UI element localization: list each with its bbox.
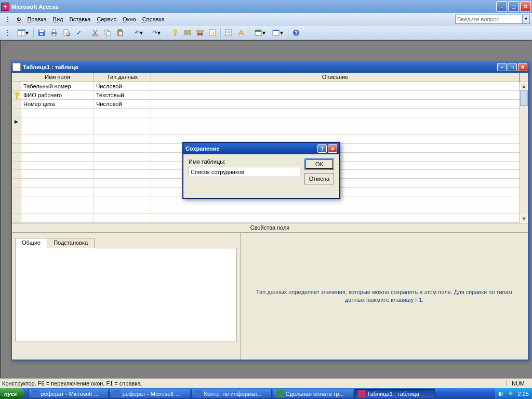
child-titlebar[interactable]: ▦ Таблица1 : таблица – □ ✕ bbox=[11, 61, 529, 73]
vertical-scrollbar[interactable]: ▲ ▼ bbox=[520, 82, 528, 223]
row-selector[interactable]: ▶ bbox=[12, 117, 21, 126]
cell-data-type[interactable] bbox=[94, 109, 151, 117]
cell-data-type[interactable]: Числовой bbox=[94, 100, 151, 108]
maximize-button[interactable]: □ bbox=[508, 1, 519, 12]
child-maximize-button[interactable]: □ bbox=[508, 63, 517, 71]
row-selector[interactable] bbox=[12, 170, 21, 178]
dialog-titlebar[interactable]: Сохранение ? ✕ bbox=[183, 143, 339, 154]
taskbar-task[interactable]: Контр. по информат... bbox=[191, 389, 272, 398]
cell-field-name[interactable] bbox=[21, 126, 94, 135]
help-button[interactable]: ? bbox=[290, 27, 302, 38]
cell-field-name[interactable] bbox=[21, 188, 94, 196]
cell-data-type[interactable] bbox=[94, 126, 151, 135]
dialog-close-button[interactable]: ✕ bbox=[328, 144, 337, 153]
cell-data-type[interactable] bbox=[94, 153, 151, 161]
start-button[interactable]: пуск bbox=[0, 388, 24, 399]
spellcheck-button[interactable]: ✓ bbox=[73, 27, 85, 38]
cell-field-name[interactable]: Табельный номер bbox=[21, 82, 94, 90]
indexes-button[interactable] bbox=[235, 27, 247, 38]
copy-button[interactable] bbox=[102, 27, 113, 38]
delete-rows-button[interactable] bbox=[194, 27, 206, 38]
cell-field-name[interactable] bbox=[21, 179, 94, 187]
cell-field-name[interactable] bbox=[21, 196, 94, 205]
tab-lookup[interactable]: Подстановка bbox=[47, 238, 95, 248]
tray-icon-2[interactable]: ❖ bbox=[508, 390, 515, 397]
cell-description[interactable] bbox=[151, 126, 528, 135]
taskbar-task[interactable]: реферат - Microsoft ... bbox=[28, 389, 109, 398]
cell-data-type[interactable] bbox=[94, 214, 151, 222]
cell-description[interactable] bbox=[151, 82, 528, 90]
cancel-button[interactable]: Отмена bbox=[304, 173, 334, 184]
tray-clock[interactable]: 2:25 bbox=[518, 391, 529, 397]
col-header-name[interactable]: Имя поля bbox=[21, 73, 94, 82]
table-row[interactable]: ▶ bbox=[12, 117, 528, 126]
child-close-button[interactable]: ✕ bbox=[518, 63, 527, 71]
ask-question-dropdown[interactable]: ▼ bbox=[523, 15, 530, 24]
cell-field-name[interactable] bbox=[21, 117, 94, 126]
print-preview-button[interactable] bbox=[61, 27, 72, 38]
redo-button[interactable]: ↷▾ bbox=[148, 27, 165, 38]
cell-data-type[interactable] bbox=[94, 205, 151, 214]
col-header-type[interactable]: Тип данных bbox=[94, 73, 151, 82]
scroll-down-icon[interactable]: ▼ bbox=[520, 215, 528, 223]
tab-general[interactable]: Общие bbox=[15, 238, 47, 248]
cell-data-type[interactable] bbox=[94, 188, 151, 196]
insert-rows-button[interactable] bbox=[182, 27, 193, 38]
row-selector[interactable] bbox=[12, 100, 21, 108]
cut-button[interactable] bbox=[89, 27, 101, 38]
table-row[interactable]: Номер цехаЧисловой bbox=[12, 100, 528, 109]
cell-data-type[interactable] bbox=[94, 179, 151, 187]
properties-button[interactable] bbox=[223, 27, 234, 38]
build-button[interactable]: ⚡ bbox=[207, 27, 218, 38]
cell-description[interactable] bbox=[151, 205, 528, 214]
grid-corner[interactable] bbox=[12, 73, 21, 82]
row-selector[interactable] bbox=[12, 126, 21, 135]
table-row[interactable] bbox=[12, 205, 528, 214]
undo-button[interactable]: ↶▾ bbox=[130, 27, 147, 38]
table-row[interactable] bbox=[12, 126, 528, 135]
cell-field-name[interactable] bbox=[21, 205, 94, 214]
ask-question-input[interactable] bbox=[455, 15, 523, 24]
db-window-button[interactable]: ▾ bbox=[251, 27, 268, 38]
cell-field-name[interactable] bbox=[21, 135, 94, 143]
paste-button[interactable] bbox=[114, 27, 126, 38]
row-selector[interactable] bbox=[12, 179, 21, 187]
print-button[interactable] bbox=[48, 27, 60, 38]
new-object-button[interactable]: ▾ bbox=[269, 27, 286, 38]
row-selector[interactable] bbox=[12, 153, 21, 161]
close-button[interactable]: ✕ bbox=[520, 1, 531, 12]
taskbar-task[interactable]: Сдельная оплата тр... bbox=[273, 389, 353, 398]
menu-view[interactable]: Вид bbox=[50, 15, 66, 23]
table-row[interactable] bbox=[12, 109, 528, 117]
row-selector[interactable] bbox=[12, 162, 21, 170]
row-selector[interactable] bbox=[12, 82, 21, 90]
cell-data-type[interactable] bbox=[94, 196, 151, 205]
taskbar-task[interactable]: Таблица1 : таблица bbox=[354, 389, 435, 398]
save-button[interactable] bbox=[36, 27, 47, 38]
cell-field-name[interactable] bbox=[21, 162, 94, 170]
view-button[interactable]: ▾ bbox=[15, 27, 31, 38]
cell-description[interactable] bbox=[151, 109, 528, 117]
taskbar-task[interactable]: реферат - Microsoft ... bbox=[110, 389, 190, 398]
cell-field-name[interactable]: Номер цеха bbox=[21, 100, 94, 108]
table-row[interactable]: Табельный номерЧисловой bbox=[12, 82, 528, 91]
properties-body[interactable] bbox=[15, 248, 237, 341]
row-selector[interactable] bbox=[12, 214, 21, 222]
cell-data-type[interactable]: Числовой bbox=[94, 82, 151, 90]
menu-window[interactable]: Окно bbox=[119, 15, 139, 23]
child-minimize-button[interactable]: – bbox=[497, 63, 507, 71]
cell-data-type[interactable] bbox=[94, 135, 151, 143]
scroll-up-icon[interactable]: ▲ bbox=[520, 82, 528, 90]
cell-field-name[interactable] bbox=[21, 144, 94, 152]
menu-edit[interactable]: Правка bbox=[24, 15, 49, 23]
tray-icon-1[interactable]: ◐ bbox=[498, 390, 506, 397]
cell-field-name[interactable]: ФИО рабочего bbox=[21, 91, 94, 99]
cell-description[interactable] bbox=[151, 214, 528, 222]
col-header-desc[interactable]: Описание bbox=[151, 73, 520, 82]
menu-tools[interactable]: Сервис bbox=[94, 15, 119, 23]
row-selector[interactable] bbox=[12, 205, 21, 214]
row-selector[interactable]: 🔑 bbox=[12, 91, 21, 99]
menu-insert[interactable]: Вставка bbox=[66, 15, 94, 23]
menu-help[interactable]: Справка bbox=[139, 15, 168, 23]
cell-description[interactable] bbox=[151, 117, 528, 126]
